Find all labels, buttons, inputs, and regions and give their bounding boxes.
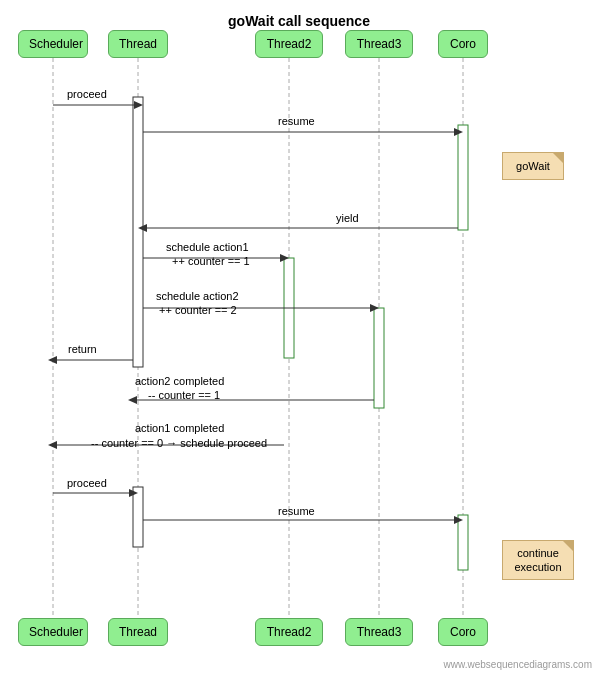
svg-rect-8 — [374, 308, 384, 408]
svg-rect-9 — [133, 487, 143, 547]
actor-thread2-bottom: Thread2 — [255, 618, 323, 646]
svg-marker-26 — [48, 441, 57, 449]
actor-scheduler-bottom: Scheduler — [18, 618, 88, 646]
svg-marker-16 — [138, 224, 147, 232]
actor-thread-top: Thread — [108, 30, 168, 58]
watermark: www.websequencediagrams.com — [444, 659, 592, 670]
svg-marker-12 — [134, 101, 143, 109]
label-schedule-action1: schedule action1 — [166, 241, 249, 253]
label-proceed1: proceed — [67, 88, 107, 100]
svg-marker-14 — [454, 128, 463, 136]
label-action2-completed: action2 completed — [135, 375, 224, 387]
svg-rect-5 — [133, 97, 143, 367]
label-counter1: ++ counter == 1 — [172, 255, 250, 267]
label-counter4: -- counter == 0 → schedule proceed — [91, 437, 267, 449]
label-action1-completed: action1 completed — [135, 422, 224, 434]
label-counter3: -- counter == 1 — [148, 389, 220, 401]
label-proceed2: proceed — [67, 477, 107, 489]
svg-marker-24 — [128, 396, 137, 404]
label-return1: return — [68, 343, 97, 355]
svg-marker-28 — [129, 489, 138, 497]
label-resume1: resume — [278, 115, 315, 127]
note-continue-execution: continueexecution — [502, 540, 574, 580]
svg-rect-7 — [284, 258, 294, 358]
actor-thread3-top: Thread3 — [345, 30, 413, 58]
svg-marker-18 — [280, 254, 289, 262]
svg-rect-6 — [458, 125, 468, 230]
label-schedule-action2: schedule action2 — [156, 290, 239, 302]
actor-thread-bottom: Thread — [108, 618, 168, 646]
label-yield1: yield — [336, 212, 359, 224]
svg-marker-20 — [370, 304, 379, 312]
diagram-title: goWait call sequence — [0, 5, 598, 29]
actor-thread2-top: Thread2 — [255, 30, 323, 58]
svg-rect-10 — [458, 515, 468, 570]
diagram-container: goWait call sequence — [0, 0, 598, 674]
label-resume2: resume — [278, 505, 315, 517]
svg-marker-30 — [454, 516, 463, 524]
actor-coro-top: Coro — [438, 30, 488, 58]
note-goWait: goWait — [502, 152, 564, 180]
svg-marker-22 — [48, 356, 57, 364]
actor-thread3-bottom: Thread3 — [345, 618, 413, 646]
actor-coro-bottom: Coro — [438, 618, 488, 646]
actor-scheduler-top: Scheduler — [18, 30, 88, 58]
label-counter2: ++ counter == 2 — [159, 304, 237, 316]
